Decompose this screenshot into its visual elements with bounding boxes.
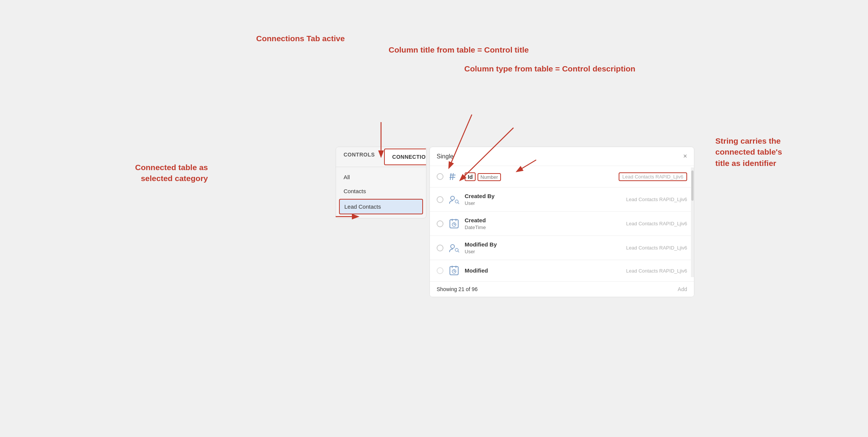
radio-created-by[interactable] [437,196,443,203]
item-source-created-by: Lead Contacts RAPID_Ljiv6 [626,197,687,202]
tab-controls[interactable]: CONTROLS [336,147,383,167]
annotation-column-title: Column title from table = Control title [389,45,529,55]
item-type-created-by: User [465,200,621,206]
annotation-string-carries: String carries theconnected table'stitle… [715,135,782,169]
category-lead-contacts[interactable]: Lead Contacts [339,199,423,214]
item-modified-by-content: Modified By User [465,241,621,254]
category-all[interactable]: All [336,170,426,184]
clock-icon-2 [449,265,459,276]
list-item: Created DateTime Lead Contacts RAPID_Lji… [430,212,694,236]
item-source-modified: Lead Contacts RAPID_Ljiv6 [626,268,687,274]
panel-title: Single [437,153,453,160]
list-item: Modified Lead Contacts RAPID_Ljiv6 [430,260,694,281]
radio-id[interactable] [437,173,443,180]
items-list: Id Number Lead Contacts RAPID_Ljiv6 [430,166,694,281]
list-item: Created By User Lead Contacts RAPID_Ljiv… [430,188,694,212]
tab-connections[interactable]: CONNECTIONS [384,149,426,165]
item-created-by-content: Created By User [465,193,621,206]
item-name-modified-by: Modified By [465,241,497,248]
footer-showing-text: Showing 21 of 96 [437,286,478,292]
annotation-connected-table: Connected table asselected category [135,162,208,184]
clock-icon [449,218,459,229]
annotation-column-type: Column type from table = Control descrip… [464,64,635,74]
radio-created[interactable] [437,220,443,227]
number-icon [449,171,459,182]
close-button[interactable]: × [683,152,687,160]
item-source-modified-by: Lead Contacts RAPID_Ljiv6 [626,245,687,251]
list-item: Modified By User Lead Contacts RAPID_Lji… [430,236,694,260]
panel-footer: Showing 21 of 96 Add [430,281,694,297]
annotation-connections-tab: Connections Tab active [256,33,345,43]
item-modified-content: Modified [465,267,621,274]
item-source-created: Lead Contacts RAPID_Ljiv6 [626,221,687,226]
svg-line-1 [453,173,453,180]
user-search-icon-2 [449,243,459,253]
main-wrapper: Connections Tab active Column title from… [252,86,616,351]
scrollbar-track[interactable] [691,167,694,277]
item-name-created: Created [465,217,486,223]
svg-point-4 [451,196,454,200]
right-panel: Single × [429,147,694,297]
item-name-created-by: Created By [465,193,495,199]
scrollbar-thumb[interactable] [691,170,694,201]
svg-point-13 [451,245,454,248]
svg-line-0 [450,173,451,180]
left-panel: CONTROLS CONNECTIONS All Contacts Lead C… [336,147,426,218]
item-source-id: Lead Contacts RAPID_Ljiv6 [619,172,687,181]
tabs-header: CONTROLS CONNECTIONS [336,147,426,167]
add-button[interactable]: Add [678,286,687,292]
panel-header: Single × [430,147,694,166]
list-item: Id Number Lead Contacts RAPID_Ljiv6 [430,166,694,188]
item-id-content: Id Number [465,172,613,181]
radio-modified-by[interactable] [437,245,443,251]
radio-modified[interactable] [437,267,443,274]
svg-line-15 [458,251,459,252]
item-type-modified-by: User [465,249,621,254]
item-name-id: Id [465,172,476,181]
svg-line-6 [458,203,459,204]
category-list: All Contacts Lead Contacts [336,167,426,218]
user-search-icon [449,194,459,205]
item-created-content: Created DateTime [465,217,621,230]
item-type-id: Number [478,173,501,181]
item-name-modified: Modified [465,267,488,274]
item-type-created: DateTime [465,225,621,230]
category-contacts[interactable]: Contacts [336,184,426,198]
